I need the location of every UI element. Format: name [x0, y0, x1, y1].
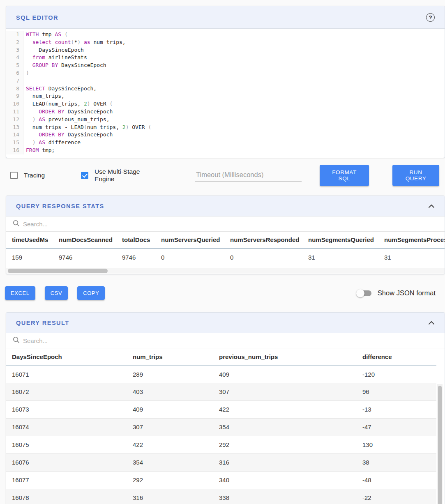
table-row: 1607635431638 [6, 453, 436, 471]
table-cell: 403 [127, 383, 213, 400]
sql-code-lines[interactable]: WITH tmp AS ( select count(*) as num_tri… [23, 31, 445, 154]
code-line[interactable]: GROUP BY DaysSinceEpoch [26, 62, 445, 69]
table-cell: 9746 [53, 249, 116, 266]
multi-stage-engine-label[interactable]: Use Multi-Stage Engine [95, 168, 158, 183]
table-cell: 409 [127, 400, 213, 418]
table-cell: 0 [224, 249, 302, 266]
table-cell: 0 [155, 249, 224, 266]
tracing-checkbox[interactable] [10, 172, 18, 179]
code-line[interactable]: ) [26, 69, 445, 77]
table-cell: 316 [213, 453, 357, 471]
code-line[interactable]: num_trips, [26, 92, 445, 100]
table-cell: 38 [357, 453, 436, 471]
line-number-gutter: 12345678910111213141516 [6, 31, 23, 154]
timeout-input[interactable] [195, 168, 302, 182]
table-cell: 292 [127, 471, 213, 489]
table-row: 1607240330796 [6, 383, 436, 400]
line-number: 7 [6, 77, 19, 85]
code-line[interactable]: SELECT DaysSinceEpoch, [26, 85, 445, 93]
column-header[interactable]: numSegmentsQueried [302, 232, 378, 249]
column-header[interactable]: numSegmentsProcessed [378, 232, 445, 249]
line-number: 8 [6, 85, 19, 93]
stats-search-input[interactable] [23, 221, 439, 228]
table-cell: 16071 [6, 365, 127, 383]
copy-button[interactable]: COPY [77, 286, 105, 300]
code-line[interactable]: select count(*) as num_trips, [26, 39, 445, 46]
query-console-page: SQL EDITOR ? 12345678910111213141516 WIT… [0, 0, 445, 504]
stats-search-row [6, 216, 445, 232]
code-line[interactable]: DaysSinceEpoch [26, 46, 445, 54]
table-cell: 307 [127, 418, 213, 436]
help-icon[interactable]: ? [426, 13, 435, 22]
table-cell: 292 [213, 436, 357, 453]
line-number: 16 [6, 147, 19, 154]
column-header[interactable]: totalDocs [116, 232, 155, 249]
table-cell: 16078 [6, 489, 127, 504]
search-icon [12, 219, 20, 229]
table-cell: 159 [6, 249, 53, 266]
code-line[interactable]: FROM tmp; [26, 147, 445, 154]
query-controls-row: Tracing Use Multi-Stage Engine FORMAT SQ… [10, 167, 439, 184]
table-cell: 338 [213, 489, 357, 504]
line-number: 11 [6, 108, 19, 116]
code-line[interactable]: from airlineStats [26, 54, 445, 62]
table-row: 16078316338-22 [6, 489, 436, 504]
vertical-scrollbar[interactable] [437, 384, 443, 504]
collapse-chevron-up-icon[interactable] [428, 204, 435, 208]
code-line[interactable]: WITH tmp AS ( [26, 31, 445, 39]
table-cell: 289 [127, 365, 213, 383]
table-row: 16073409422-13 [6, 400, 436, 418]
column-header[interactable]: difference [357, 348, 436, 365]
column-header[interactable]: previous_num_trips [213, 348, 357, 365]
code-line[interactable]: LEAD(num_trips, 2) OVER ( [26, 100, 445, 108]
code-line[interactable]: ) AS difference [26, 139, 445, 147]
code-line[interactable]: ) AS previous_num_trips, [26, 116, 445, 124]
code-line[interactable]: ORDER BY DaysSinceEpoch [26, 131, 445, 139]
sql-code-editor[interactable]: 12345678910111213141516 WITH tmp AS ( se… [6, 29, 445, 158]
table-cell: 31 [378, 249, 445, 266]
horizontal-scrollbar[interactable] [6, 268, 445, 274]
column-header[interactable]: timeUsedMs [6, 232, 53, 249]
result-panel-title: QUERY RESULT [16, 320, 69, 326]
table-cell: 31 [302, 249, 378, 266]
column-header[interactable]: numDocsScanned [53, 232, 116, 249]
table-cell: 16077 [6, 471, 127, 489]
code-line[interactable]: num_trips - LEAD(num_trips, 2) OVER ( [26, 124, 445, 131]
line-number: 14 [6, 131, 19, 139]
result-table: DaysSinceEpochnum_tripsprevious_num_trip… [6, 348, 436, 504]
table-cell: 316 [127, 489, 213, 504]
show-json-toggle[interactable] [357, 289, 371, 297]
table-cell: -48 [357, 471, 436, 489]
stats-panel-header: QUERY RESPONSE STATS [6, 196, 445, 216]
table-cell: 307 [213, 383, 357, 400]
csv-button[interactable]: CSV [45, 286, 68, 300]
multi-stage-engine-checkbox[interactable] [81, 172, 88, 179]
excel-button[interactable]: EXCEL [5, 286, 35, 300]
result-search-input[interactable] [23, 337, 439, 344]
stats-panel-title: QUERY RESPONSE STATS [16, 203, 104, 209]
code-line[interactable] [26, 77, 445, 85]
format-sql-button[interactable]: FORMAT SQL [320, 165, 369, 186]
column-header[interactable]: DaysSinceEpoch [6, 348, 127, 365]
line-number: 10 [6, 100, 19, 108]
query-response-stats-panel: QUERY RESPONSE STATS timeUsedMsnumDocsSc… [6, 196, 445, 275]
table-cell: -13 [357, 400, 436, 418]
line-number: 1 [6, 31, 19, 39]
result-table-area: DaysSinceEpochnum_tripsprevious_num_trip… [6, 348, 445, 504]
line-number: 3 [6, 46, 19, 54]
column-header[interactable]: numServersResponded [224, 232, 302, 249]
table-cell: 16075 [6, 436, 127, 453]
line-number: 13 [6, 124, 19, 131]
column-header[interactable]: numServersQueried [155, 232, 224, 249]
collapse-chevron-up-icon[interactable] [428, 321, 435, 325]
horizontal-scrollbar-thumb[interactable] [8, 269, 108, 273]
query-result-panel: QUERY RESULT DaysSinceEpochnum_tripsprev… [6, 312, 445, 504]
run-query-button[interactable]: RUN QUERY [392, 165, 439, 186]
vertical-scrollbar-thumb[interactable] [438, 386, 442, 504]
column-header[interactable]: num_trips [127, 348, 213, 365]
table-cell: 354 [213, 418, 357, 436]
tracing-label[interactable]: Tracing [24, 172, 45, 179]
code-line[interactable]: ORDER BY DaysSinceEpoch [26, 108, 445, 116]
result-search-row [6, 333, 445, 348]
table-row: 15997469746003131 [6, 249, 445, 266]
